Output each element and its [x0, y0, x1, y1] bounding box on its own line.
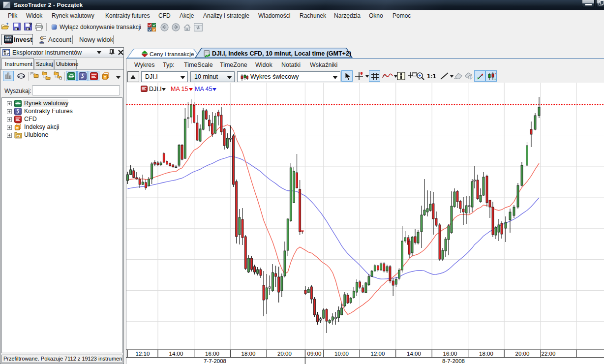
svg-text:?: ? — [29, 23, 32, 28]
svg-text:SAXO: SAXO — [5, 36, 12, 39]
svg-text:8-7-2008: 8-7-2008 — [442, 358, 465, 364]
svg-text:10:00: 10:00 — [334, 351, 349, 357]
svg-text:09:00: 09:00 — [307, 351, 322, 357]
svg-text:22:00: 22:00 — [542, 351, 556, 357]
svg-text:18:00: 18:00 — [242, 351, 256, 357]
svg-text:16:00: 16:00 — [443, 351, 457, 357]
svg-text:14:00: 14:00 — [407, 351, 421, 357]
svg-text:20:00: 20:00 — [277, 351, 292, 357]
svg-text:20:00: 20:00 — [515, 351, 530, 357]
svg-text:7-7-2008: 7-7-2008 — [204, 358, 226, 364]
svg-text:14:00: 14:00 — [169, 351, 183, 357]
svg-text:18:00: 18:00 — [479, 351, 493, 357]
svg-text:16:00: 16:00 — [205, 351, 219, 357]
svg-text:12:10: 12:10 — [136, 351, 150, 357]
svg-text:12:00: 12:00 — [371, 351, 385, 357]
